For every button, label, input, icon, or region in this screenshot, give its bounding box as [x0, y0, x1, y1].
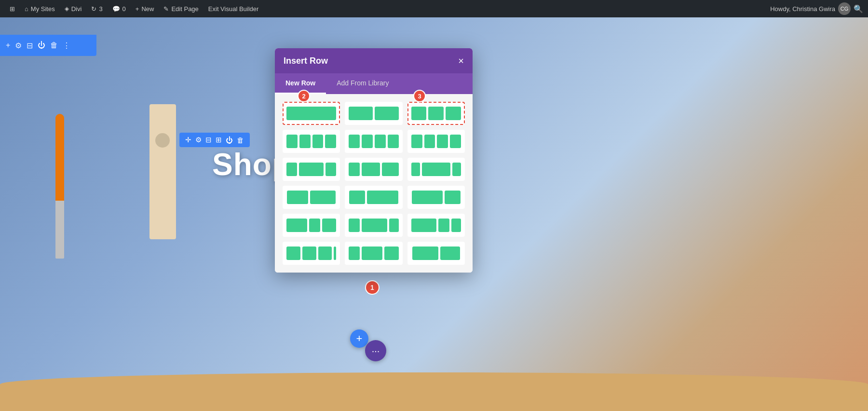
- exit-vb-label: Exit Visual Builder: [208, 5, 259, 13]
- float-add-button[interactable]: +: [350, 329, 368, 348]
- badge-1: 1: [365, 280, 380, 295]
- insert-row-modal: Insert Row × New Row Add From Library: [275, 48, 473, 273]
- admin-bar: ⊞ ⌂ My Sites ◈ Divi ↻ 3 💬 0 + New ✎ Edit…: [0, 0, 868, 17]
- row-columns-icon[interactable]: ⊞: [216, 136, 222, 144]
- badge-2: 2: [298, 90, 310, 102]
- layout-mixed-a[interactable]: [283, 214, 340, 237]
- row-layout-icon[interactable]: ⊟: [205, 136, 212, 144]
- add-section-icon[interactable]: +: [6, 41, 10, 50]
- layout-3col-unequal-c[interactable]: [407, 158, 465, 181]
- edit-page-label: Edit Page: [171, 5, 198, 13]
- more-icon: ···: [372, 345, 380, 356]
- layout-2col-unequal-c[interactable]: [407, 186, 465, 209]
- screwdriver-decoration: [55, 114, 64, 259]
- float-more-button[interactable]: ···: [365, 340, 386, 361]
- comments-icon: 💬: [112, 5, 120, 13]
- layout-icon[interactable]: ⊟: [27, 41, 33, 50]
- updates-count: 3: [99, 5, 102, 13]
- layout-mixed-c[interactable]: [407, 214, 465, 237]
- layout-var-c[interactable]: [407, 242, 465, 265]
- page-background: + ⚙ ⊟ ⏻ 🗑 ⋮ ✛ ⚙ ⊟ ⊞ ⏻ 🗑 Shop Off All 2 3…: [0, 17, 868, 411]
- modal-header: Insert Row ×: [275, 48, 473, 73]
- admin-user-info: Howdy, Christina Gwira CG 🔍: [770, 2, 863, 15]
- row-trash-icon[interactable]: 🗑: [237, 136, 244, 144]
- exit-vb-btn[interactable]: Exit Visual Builder: [203, 0, 264, 17]
- layout-2col-unequal-b[interactable]: [345, 186, 402, 209]
- trash-icon[interactable]: 🗑: [50, 41, 58, 50]
- layout-3col[interactable]: [407, 102, 465, 125]
- pencil-icon: ✎: [163, 5, 169, 13]
- divi-label: Divi: [71, 5, 82, 13]
- bottom-decoration: [0, 372, 868, 411]
- layout-4col-b[interactable]: [345, 130, 402, 153]
- row-settings-icon[interactable]: ⚙: [195, 136, 202, 144]
- updates-menu[interactable]: ↻ 3: [86, 0, 107, 17]
- comments-menu[interactable]: 💬 0: [108, 0, 131, 17]
- badge-3: 3: [413, 90, 426, 102]
- layout-3col-unequal-a[interactable]: [283, 158, 340, 181]
- row-move-icon[interactable]: ✛: [185, 136, 191, 144]
- avatar[interactable]: CG: [838, 2, 851, 15]
- layout-2col[interactable]: [345, 102, 402, 125]
- new-label: New: [141, 5, 154, 13]
- modal-close-button[interactable]: ×: [458, 56, 464, 66]
- plus-icon: +: [136, 5, 139, 13]
- power-icon[interactable]: ⏻: [38, 41, 45, 50]
- new-menu[interactable]: + New: [131, 0, 159, 17]
- updates-icon: ↻: [91, 5, 96, 13]
- howdy-label: Howdy, Christina Gwira: [770, 5, 835, 13]
- wordpress-icon: ⊞: [10, 5, 15, 13]
- layout-mixed-b[interactable]: [345, 214, 402, 237]
- layout-grid: [283, 102, 465, 265]
- comments-count: 0: [122, 5, 126, 13]
- divi-menu[interactable]: ◈ Divi: [60, 0, 87, 17]
- wordpress-logo[interactable]: ⊞: [5, 0, 20, 17]
- layout-var-b[interactable]: [345, 242, 402, 265]
- settings-icon[interactable]: ⚙: [15, 41, 22, 50]
- layout-4col-a[interactable]: [283, 130, 340, 153]
- plus-icon: +: [356, 332, 363, 345]
- divi-icon: ◈: [65, 5, 69, 12]
- my-sites-menu[interactable]: ⌂ My Sites: [20, 0, 60, 17]
- layout-4col-c[interactable]: [407, 130, 465, 153]
- my-sites-label: My Sites: [31, 5, 55, 13]
- layout-1col[interactable]: [283, 102, 340, 125]
- layout-var-a[interactable]: [283, 242, 340, 265]
- more-options-icon[interactable]: ⋮: [63, 41, 70, 50]
- modal-title: Insert Row: [284, 56, 328, 66]
- bracket-decoration: [149, 104, 176, 239]
- row-power-icon[interactable]: ⏻: [226, 136, 233, 144]
- layout-2col-unequal-a[interactable]: [283, 186, 340, 209]
- row-action-bar: ✛ ⚙ ⊟ ⊞ ⏻ 🗑: [179, 133, 250, 147]
- edit-page-btn[interactable]: ✎ Edit Page: [159, 0, 203, 17]
- builder-toolbar: + ⚙ ⊟ ⏻ 🗑 ⋮: [0, 35, 96, 56]
- layout-3col-unequal-b[interactable]: [345, 158, 402, 181]
- search-icon[interactable]: 🔍: [854, 4, 863, 14]
- modal-body: [275, 94, 473, 273]
- tab-add-from-library[interactable]: Add From Library: [326, 73, 399, 94]
- house-icon: ⌂: [25, 5, 28, 13]
